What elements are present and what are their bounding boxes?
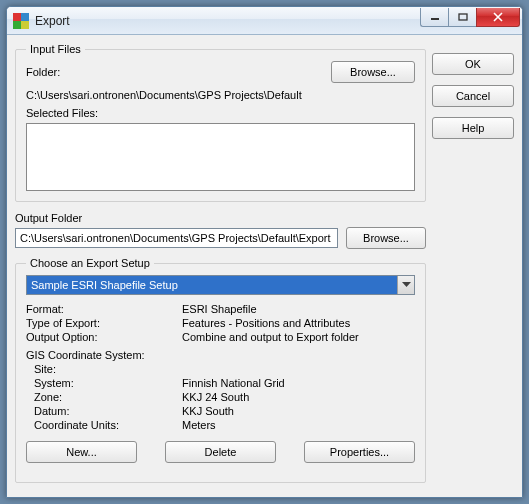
- type-label: Type of Export:: [26, 317, 176, 329]
- output-folder-input[interactable]: [15, 228, 338, 248]
- cancel-button[interactable]: Cancel: [432, 85, 514, 107]
- new-setup-button[interactable]: New...: [26, 441, 137, 463]
- units-label: Coordinate Units:: [26, 419, 176, 431]
- svg-rect-0: [431, 18, 439, 20]
- close-button[interactable]: [476, 8, 520, 27]
- option-value: Combine and output to Export folder: [182, 331, 415, 343]
- folder-label: Folder:: [26, 66, 60, 78]
- window-title: Export: [35, 14, 420, 28]
- export-setup-group: Choose an Export Setup Sample ESRI Shape…: [15, 257, 426, 483]
- setup-combo-value: Sample ESRI Shapefile Setup: [27, 276, 397, 294]
- site-value: [182, 363, 415, 375]
- maximize-icon: [458, 13, 468, 21]
- format-value: ESRI Shapefile: [182, 303, 415, 315]
- delete-setup-button[interactable]: Delete: [165, 441, 276, 463]
- chevron-down-icon: [397, 276, 414, 294]
- client-area: Input Files Folder: Browse... C:\Users\s…: [7, 35, 522, 497]
- zone-label: Zone:: [26, 391, 176, 403]
- system-value: Finnish National Grid: [182, 377, 415, 389]
- zone-value: KKJ 24 South: [182, 391, 415, 403]
- type-value: Features - Positions and Attributes: [182, 317, 415, 329]
- close-icon: [492, 12, 504, 22]
- selected-files-label: Selected Files:: [26, 107, 415, 119]
- output-browse-button[interactable]: Browse...: [346, 227, 426, 249]
- gis-label: GIS Coordinate System:: [26, 349, 415, 361]
- help-button[interactable]: Help: [432, 117, 514, 139]
- export-dialog: Export Input Files Folder: Browse... C:\…: [6, 6, 523, 498]
- setup-combo[interactable]: Sample ESRI Shapefile Setup: [26, 275, 415, 295]
- format-label: Format:: [26, 303, 176, 315]
- properties-button[interactable]: Properties...: [304, 441, 415, 463]
- output-folder-block: Output Folder Browse...: [15, 212, 426, 249]
- input-browse-button[interactable]: Browse...: [331, 61, 415, 83]
- datum-label: Datum:: [26, 405, 176, 417]
- ok-button[interactable]: OK: [432, 53, 514, 75]
- input-folder-path: C:\Users\sari.ontronen\Documents\GPS Pro…: [26, 89, 415, 101]
- setup-buttons: New... Delete Properties...: [26, 441, 415, 463]
- input-files-legend: Input Files: [26, 43, 85, 55]
- output-folder-label: Output Folder: [15, 212, 426, 224]
- option-label: Output Option:: [26, 331, 176, 343]
- units-value: Meters: [182, 419, 415, 431]
- selected-files-list[interactable]: [26, 123, 415, 191]
- svg-rect-1: [459, 14, 467, 20]
- export-setup-legend: Choose an Export Setup: [26, 257, 154, 269]
- main-column: Input Files Folder: Browse... C:\Users\s…: [15, 43, 426, 489]
- side-buttons: OK Cancel Help: [432, 43, 514, 489]
- window-controls: [420, 8, 520, 28]
- app-icon: [13, 13, 29, 29]
- site-label: Site:: [26, 363, 176, 375]
- input-files-group: Input Files Folder: Browse... C:\Users\s…: [15, 43, 426, 202]
- datum-value: KKJ South: [182, 405, 415, 417]
- minimize-button[interactable]: [420, 8, 448, 27]
- maximize-button[interactable]: [448, 8, 476, 27]
- titlebar[interactable]: Export: [7, 7, 522, 35]
- setup-details: Format: ESRI Shapefile Type of Export: F…: [26, 303, 415, 431]
- minimize-icon: [430, 13, 440, 21]
- system-label: System:: [26, 377, 176, 389]
